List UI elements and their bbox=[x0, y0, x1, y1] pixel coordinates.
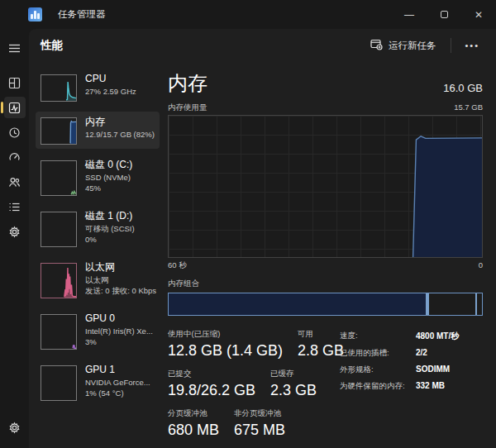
stat-paged-pool: 分页缓冲池 680 MB bbox=[168, 408, 219, 439]
sidebar-item-sub: 27% 2.59 GHz bbox=[85, 86, 136, 98]
maximize-icon bbox=[441, 11, 448, 18]
close-icon: ✕ bbox=[475, 9, 483, 21]
task-manager-window: 任务管理器 — ✕ bbox=[0, 0, 496, 448]
run-new-task-button[interactable]: 运行新任务 bbox=[364, 35, 443, 56]
memory-page-title: 内存 bbox=[168, 70, 207, 97]
sidebar-item-sub: 1% (54 °C) bbox=[85, 388, 150, 399]
chart-xaxis-left-label: 60 秒 bbox=[168, 260, 187, 271]
run-new-task-icon bbox=[370, 39, 383, 52]
gpu0-mini-chart bbox=[41, 314, 77, 350]
rail-item-app-history[interactable] bbox=[4, 122, 26, 143]
sidebar-item-memory[interactable]: 内存 12.9/15.7 GB (82%) bbox=[36, 112, 160, 149]
sidebar-item-sub: 发送: 0 接收: 0 Kbps bbox=[85, 285, 155, 297]
content-header: 性能 运行新任务 ••• bbox=[29, 29, 496, 62]
sidebar-item-title: GPU 1 bbox=[85, 364, 150, 377]
gpu1-mini-chart bbox=[41, 365, 77, 401]
sidebar-item-title: CPU bbox=[85, 73, 136, 86]
hamburger-icon bbox=[8, 42, 21, 55]
composition-used-segment bbox=[169, 293, 429, 315]
window-title: 任务管理器 bbox=[58, 8, 106, 21]
rail-item-performance[interactable] bbox=[4, 97, 26, 118]
ethernet-mini-chart bbox=[41, 263, 77, 298]
stat-committed: 已提交 19.8/26.2 GB bbox=[168, 369, 255, 399]
stat-slots-used: 已使用的插槽: 2/2 bbox=[340, 348, 483, 359]
app-history-clock-icon bbox=[8, 126, 21, 139]
sidebar-item-gpu1[interactable]: GPU 1 NVIDIA GeForce... 1% (54 °C) bbox=[36, 360, 160, 405]
sidebar-item-title: GPU 0 bbox=[85, 312, 153, 326]
memory-stats-left: 使用中(已压缩) 12.8 GB (1.4 GB) 可用 2.8 GB bbox=[168, 329, 330, 448]
stat-hardware-reserved: 为硬件保留的内存: 332 MB bbox=[340, 381, 483, 392]
titlebar: 任务管理器 — ✕ bbox=[0, 0, 496, 29]
rail-item-settings[interactable] bbox=[4, 417, 26, 438]
disk1-mini-chart bbox=[41, 212, 77, 247]
processes-icon bbox=[8, 77, 21, 89]
sidebar-item-disk1[interactable]: 磁盘 1 (D:) 可移动 (SCSI) 0% bbox=[36, 206, 160, 251]
composition-divider-2 bbox=[475, 293, 477, 315]
settings-gear-icon bbox=[8, 422, 21, 434]
sidebar-item-sub: 0% bbox=[85, 234, 135, 245]
performance-icon bbox=[8, 102, 21, 114]
sidebar-item-sub: Intel(R) Iris(R) Xe... bbox=[85, 326, 153, 337]
cpu-mini-chart bbox=[41, 74, 77, 102]
disk0-mini-chart bbox=[41, 160, 77, 196]
startup-gauge-icon bbox=[8, 151, 21, 164]
performance-sidebar: CPU 27% 2.59 GHz 内存 12.9/15.7 GB (82%) bbox=[36, 69, 160, 448]
memory-mini-chart bbox=[41, 117, 77, 145]
header-divider bbox=[451, 38, 451, 53]
sidebar-item-sub: NVIDIA GeForce... bbox=[85, 377, 150, 388]
sidebar-item-title: 内存 bbox=[85, 116, 155, 129]
sidebar-item-cpu[interactable]: CPU 27% 2.59 GHz bbox=[36, 69, 160, 106]
memory-stats-right: 速度: 4800 MT/秒 已使用的插槽: 2/2 外形规格: SODIMM bbox=[330, 329, 483, 448]
sidebar-item-gpu0[interactable]: GPU 0 Intel(R) Iris(R) Xe... 3% bbox=[36, 308, 160, 354]
content-panel: 性能 运行新任务 ••• bbox=[29, 29, 496, 448]
maximize-button[interactable] bbox=[427, 0, 461, 29]
stat-in-use: 使用中(已压缩) 12.8 GB (1.4 GB) bbox=[168, 329, 283, 360]
sidebar-item-title: 磁盘 0 (C:) bbox=[85, 159, 132, 172]
sidebar-item-sub: 12.9/15.7 GB (82%) bbox=[85, 129, 155, 141]
memory-usage-chart bbox=[168, 115, 483, 258]
usage-chart-max-label: 15.7 GB bbox=[454, 102, 483, 113]
sidebar-item-sub: 可移动 (SCSI) bbox=[85, 223, 135, 235]
minimize-icon: — bbox=[404, 9, 414, 21]
run-new-task-label: 运行新任务 bbox=[389, 40, 436, 52]
rail-item-startup-apps[interactable] bbox=[4, 146, 26, 168]
stat-cached: 已缓存 2.3 GB bbox=[270, 369, 317, 399]
rail-item-users[interactable] bbox=[4, 171, 26, 193]
rail-item-services[interactable] bbox=[4, 221, 26, 242]
sidebar-item-sub: SSD (NVMe) bbox=[85, 172, 132, 183]
memory-composition-caption: 内存组合 bbox=[168, 279, 483, 289]
stat-speed: 速度: 4800 MT/秒 bbox=[340, 331, 483, 342]
close-button[interactable]: ✕ bbox=[461, 0, 496, 29]
stat-non-paged-pool: 非分页缓冲池 675 MB bbox=[234, 408, 285, 439]
memory-total-capacity: 16.0 GB bbox=[443, 82, 483, 97]
rail-item-details[interactable] bbox=[4, 196, 26, 217]
sidebar-item-ethernet[interactable]: 以太网 以太网 发送: 0 接收: 0 Kbps bbox=[36, 257, 160, 303]
rail-item-processes[interactable] bbox=[4, 72, 26, 93]
usage-chart-caption: 内存使用量 bbox=[168, 102, 207, 113]
sidebar-item-sub: 以太网 bbox=[85, 274, 155, 286]
task-manager-app-icon bbox=[28, 7, 42, 21]
details-list-icon bbox=[8, 201, 21, 213]
stat-form-factor: 外形规格: SODIMM bbox=[340, 365, 483, 375]
sidebar-item-disk0[interactable]: 磁盘 0 (C:) SSD (NVMe) 45% bbox=[36, 155, 160, 200]
memory-composition-bar[interactable] bbox=[168, 293, 483, 316]
sidebar-item-title: 以太网 bbox=[85, 261, 155, 274]
sidebar-item-title: 磁盘 1 (D:) bbox=[85, 210, 135, 223]
sidebar-item-sub: 45% bbox=[85, 183, 132, 194]
minimize-button[interactable]: — bbox=[392, 0, 427, 29]
services-cog-icon bbox=[8, 226, 21, 238]
navigation-rail bbox=[0, 29, 29, 448]
more-options-icon: ••• bbox=[465, 41, 479, 50]
nav-expand-button[interactable] bbox=[4, 37, 26, 59]
chart-xaxis-right-label: 0 bbox=[479, 260, 483, 271]
sidebar-item-sub: 3% bbox=[85, 336, 153, 348]
users-icon bbox=[8, 176, 21, 188]
page-title: 性能 bbox=[41, 38, 63, 53]
more-options-button[interactable]: ••• bbox=[460, 37, 484, 54]
memory-detail-panel: 内存 16.0 GB 内存使用量 15.7 GB 60 秒 0 内存组合 bbox=[168, 69, 483, 448]
memory-stats: 使用中(已压缩) 12.8 GB (1.4 GB) 可用 2.8 GB bbox=[168, 329, 483, 448]
window-controls: — ✕ bbox=[392, 0, 496, 29]
